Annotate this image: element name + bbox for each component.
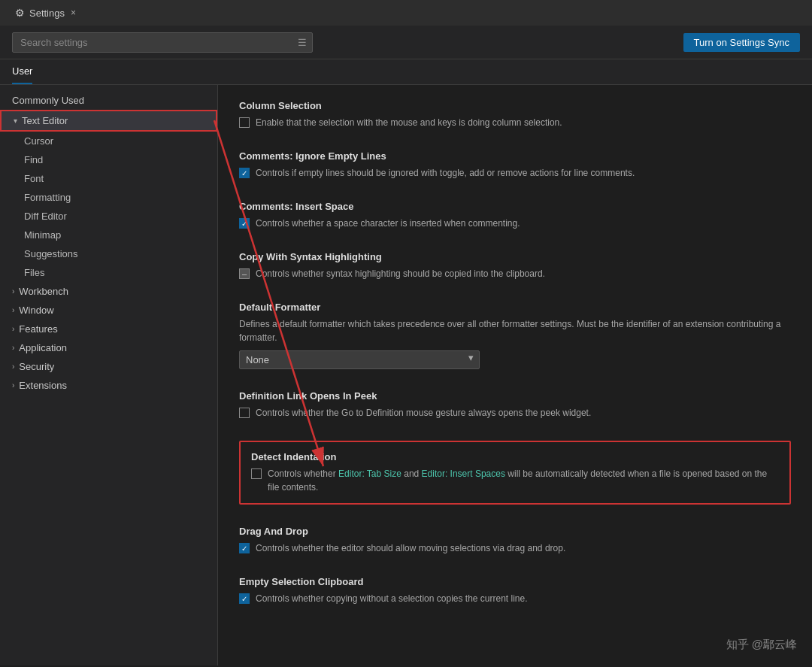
setting-empty-selection: Empty Selection Clipboard Controls wheth… — [239, 576, 791, 605]
sidebar-item-files[interactable]: Files — [0, 263, 217, 282]
setting-row: Controls if empty lines should be ignore… — [239, 166, 791, 180]
main-layout: Commonly Used ▾ Text Editor Cursor Find … — [0, 85, 812, 665]
copy-syntax-checkbox[interactable] — [239, 268, 250, 279]
setting-row: Controls whether copying without a selec… — [239, 592, 791, 605]
user-tabs-bar: User — [0, 59, 812, 85]
setting-desc: Enable that the selection with the mouse… — [256, 116, 562, 129]
user-tab[interactable]: User — [12, 59, 32, 84]
setting-definition-link: Definition Link Opens In Peek Controls w… — [239, 390, 791, 420]
sidebar-label: Features — [19, 323, 57, 335]
tab-close-button[interactable]: × — [69, 6, 77, 20]
sidebar-item-window[interactable]: › Window — [0, 301, 217, 320]
settings-tab[interactable]: ⚙ Settings × — [6, 0, 86, 26]
setting-column-selection: Column Selection Enable that the selecti… — [239, 100, 791, 129]
setting-desc: Controls whether Editor: Tab Size and Ed… — [268, 467, 779, 494]
sidebar-item-suggestions[interactable]: Suggestions — [0, 244, 217, 263]
setting-desc: Controls whether syntax highlighting sho… — [256, 267, 545, 280]
desc-before: Controls whether — [268, 468, 338, 479]
tab-bar: ⚙ Settings × — [0, 0, 812, 26]
chevron-right-icon: › — [12, 362, 14, 371]
setting-comments-insert-space: Comments: Insert Space Controls whether … — [239, 201, 791, 230]
sidebar-item-minimap[interactable]: Minimap — [0, 226, 217, 244]
setting-title: Definition Link Opens In Peek — [239, 390, 791, 402]
sidebar-label: Security — [19, 361, 54, 372]
chevron-right-icon: › — [12, 306, 14, 314]
sidebar-label: Extensions — [19, 380, 67, 391]
sidebar: Commonly Used ▾ Text Editor Cursor Find … — [0, 85, 218, 665]
content-area: Column Selection Enable that the selecti… — [218, 85, 812, 665]
sidebar-label: Diff Editor — [24, 211, 67, 222]
sidebar-item-workbench[interactable]: › Workbench — [0, 282, 217, 301]
setting-row: Controls whether syntax highlighting sho… — [239, 267, 791, 280]
chevron-right-icon: › — [12, 344, 14, 352]
search-wrapper: ☰ — [12, 32, 313, 53]
definition-link-checkbox[interactable] — [239, 408, 250, 418]
setting-comments-ignore: Comments: Ignore Empty Lines Controls if… — [239, 150, 791, 180]
setting-copy-syntax: Copy With Syntax Highlighting Controls w… — [239, 251, 791, 280]
drag-drop-checkbox[interactable] — [239, 543, 250, 553]
sidebar-item-application[interactable]: › Application — [0, 338, 217, 357]
setting-desc: Controls if empty lines should be ignore… — [256, 166, 635, 180]
setting-title: Drag And Drop — [239, 526, 791, 537]
detect-indentation-checkbox[interactable] — [251, 468, 262, 479]
watermark: 知乎 @鄢云峰 — [726, 638, 797, 652]
setting-title: Default Formatter — [239, 302, 791, 313]
desc-middle: and — [401, 468, 422, 479]
sidebar-item-font[interactable]: Font — [0, 169, 217, 188]
sidebar-label: Find — [24, 154, 43, 165]
top-bar: ☰ Turn on Settings Sync — [0, 26, 812, 59]
setting-default-formatter: Default Formatter Defines a default form… — [239, 302, 791, 369]
comments-ignore-checkbox[interactable] — [239, 168, 250, 178]
sidebar-item-cursor[interactable]: Cursor — [0, 132, 217, 150]
setting-row: Enable that the selection with the mouse… — [239, 116, 791, 129]
setting-desc: Defines a default formatter which takes … — [239, 317, 791, 344]
setting-row: Controls whether the Go to Definition mo… — [239, 406, 791, 420]
sidebar-item-commonly-used[interactable]: Commonly Used — [0, 91, 217, 110]
setting-title: Comments: Ignore Empty Lines — [239, 150, 791, 162]
setting-title: Detect Indentation — [251, 451, 779, 462]
sidebar-label: Application — [19, 342, 67, 353]
setting-detect-indentation-box: Detect Indentation Controls whether Edit… — [239, 441, 791, 505]
search-input[interactable] — [12, 32, 313, 53]
settings-icon: ⚙ — [15, 7, 25, 19]
setting-desc: Controls whether copying without a selec… — [256, 592, 528, 605]
setting-row: Controls whether a space character is in… — [239, 217, 791, 230]
sidebar-label: Workbench — [19, 286, 68, 297]
sidebar-item-diff-editor[interactable]: Diff Editor — [0, 207, 217, 226]
setting-row: Controls whether the editor should allow… — [239, 541, 791, 555]
setting-drag-drop: Drag And Drop Controls whether the edito… — [239, 526, 791, 555]
setting-title: Empty Selection Clipboard — [239, 576, 791, 587]
chevron-down-icon: ▾ — [14, 117, 17, 125]
chevron-right-icon: › — [12, 287, 14, 296]
setting-title: Comments: Insert Space — [239, 201, 791, 212]
setting-title: Column Selection — [239, 100, 791, 111]
sync-button[interactable]: Turn on Settings Sync — [683, 33, 800, 52]
formatter-dropdown[interactable]: None — [239, 350, 480, 369]
sidebar-label: Cursor — [24, 135, 53, 147]
setting-title: Copy With Syntax Highlighting — [239, 251, 791, 262]
chevron-right-icon: › — [12, 381, 14, 390]
column-selection-checkbox[interactable] — [239, 117, 250, 128]
sidebar-label: Font — [24, 173, 44, 184]
sidebar-item-text-editor[interactable]: ▾ Text Editor — [0, 110, 217, 132]
sidebar-label: Window — [19, 305, 53, 316]
sidebar-item-security[interactable]: › Security — [0, 357, 217, 376]
sidebar-item-formatting[interactable]: Formatting — [0, 188, 217, 207]
comments-insert-space-checkbox[interactable] — [239, 218, 250, 229]
chevron-right-icon: › — [12, 325, 14, 333]
setting-desc: Controls whether the Go to Definition mo… — [256, 406, 591, 420]
empty-selection-checkbox[interactable] — [239, 593, 250, 604]
filter-icon: ☰ — [298, 37, 307, 48]
tab-label: Settings — [29, 8, 65, 19]
sidebar-label: Text Editor — [22, 115, 68, 126]
setting-desc: Controls whether the editor should allow… — [256, 541, 565, 555]
formatter-select-wrapper: None — [239, 344, 480, 369]
editor-tab-size-link[interactable]: Editor: Tab Size — [338, 468, 401, 479]
sidebar-label: Minimap — [24, 229, 61, 241]
editor-insert-spaces-link[interactable]: Editor: Insert Spaces — [422, 468, 505, 479]
sidebar-item-features[interactable]: › Features — [0, 320, 217, 338]
sidebar-item-find[interactable]: Find — [0, 150, 217, 169]
setting-desc: Controls whether a space character is in… — [256, 217, 520, 230]
sidebar-item-extensions[interactable]: › Extensions — [0, 376, 217, 395]
sidebar-label: Commonly Used — [12, 95, 84, 106]
